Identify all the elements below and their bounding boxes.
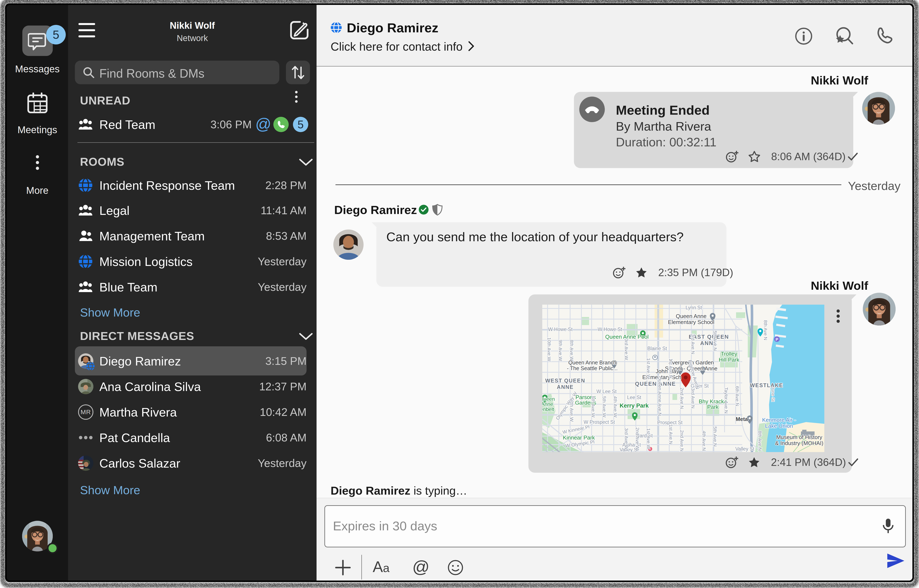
svg-text:1st Ave W: 1st Ave W: [646, 358, 651, 379]
svg-text:W Howe St: W Howe St: [548, 326, 573, 332]
svg-text:Lake Union: Lake Union: [765, 423, 793, 429]
svg-text:8th Ave N: 8th Ave N: [763, 320, 768, 340]
svg-text:10th Ave W: 10th Ave W: [546, 338, 552, 361]
svg-text:- The Seattle Public...: - The Seattle Public...: [567, 365, 618, 371]
svg-text:Meta: Meta: [736, 416, 748, 422]
svg-text:9th Ave W: 9th Ave W: [558, 340, 563, 361]
svg-text:John Hay: John Hay: [656, 368, 679, 375]
svg-text:Anne: Anne: [542, 401, 553, 407]
svg-text:WESTLAKE: WESTLAKE: [750, 382, 783, 388]
svg-text:5th Ave W: 5th Ave W: [602, 396, 607, 417]
svg-text:5th Ave N: 5th Ave N: [712, 331, 718, 351]
svg-text:Valley St: Valley St: [735, 446, 754, 452]
svg-text:4th Ave N: 4th Ave N: [701, 431, 707, 451]
svg-text:Park: Park: [707, 404, 719, 410]
svg-text:2nd Ave N: 2nd Ave N: [679, 430, 685, 451]
svg-text:3rd Ave W: 3rd Ave W: [624, 338, 629, 360]
svg-text:Lee St: Lee St: [627, 395, 641, 400]
svg-text:QUEEN ANNE: QUEEN ANNE: [635, 381, 676, 387]
svg-text:8th Ave N: 8th Ave N: [757, 431, 762, 451]
svg-text:ANNE: ANNE: [557, 384, 574, 390]
svg-text:Queen: Queen: [542, 396, 555, 402]
svg-text:Elementary School: Elementary School: [668, 319, 714, 325]
svg-text:WEST QUEEN: WEST QUEEN: [545, 378, 585, 384]
svg-text:enbelt: enbelt: [542, 406, 554, 412]
svg-text:1st Ave N: 1st Ave N: [668, 425, 674, 444]
svg-text:P: P: [775, 337, 778, 342]
svg-text:3rd Ave N: 3rd Ave N: [690, 334, 696, 354]
svg-text:8th Ave W: 8th Ave W: [569, 340, 574, 361]
svg-text:& Industry (MOHAI): & Industry (MOHAI): [775, 440, 824, 446]
svg-text:1st Ave N: 1st Ave N: [668, 359, 674, 378]
svg-text:Hill Park: Hill Park: [719, 357, 740, 363]
svg-text:Queen Anne Ave N: Queen Anne Ave N: [657, 376, 662, 416]
svg-text:W Lee St: W Lee St: [596, 389, 617, 394]
svg-text:1st Ave W: 1st Ave W: [646, 428, 651, 449]
svg-text:5th Ave N: 5th Ave N: [712, 426, 718, 447]
svg-text:2nd Ave W: 2nd Ave W: [635, 427, 640, 450]
svg-text:June St: June St: [771, 386, 775, 401]
svg-text:3rd Ave W: 3rd Ave W: [624, 428, 629, 449]
svg-text:Trolley: Trolley: [721, 351, 737, 357]
svg-text:Kenmore Air -: Kenmore Air -: [762, 417, 796, 423]
svg-text:Taylor Ave N: Taylor Ave N: [724, 387, 729, 414]
svg-text:2nd Ave N: 2nd Ave N: [679, 388, 685, 409]
svg-text:3rd Ave N: 3rd Ave N: [690, 388, 696, 409]
svg-text:6th Ave N: 6th Ave N: [735, 386, 740, 406]
svg-text:4th Ave W: 4th Ave W: [613, 396, 618, 417]
svg-text:Blaine St: Blaine St: [647, 346, 667, 351]
svg-text:6th Ave W: 6th Ave W: [591, 396, 596, 417]
svg-text:Queen Anne: Queen Anne: [676, 313, 707, 319]
svg-text:Queen Anne Branch: Queen Anne Branch: [568, 360, 616, 365]
svg-text:W Howe St: W Howe St: [598, 326, 622, 332]
svg-text:Museum of History: Museum of History: [776, 434, 822, 440]
svg-text:Lynn St: Lynn St: [685, 305, 702, 310]
svg-text:Kerry Park: Kerry Park: [620, 402, 649, 409]
